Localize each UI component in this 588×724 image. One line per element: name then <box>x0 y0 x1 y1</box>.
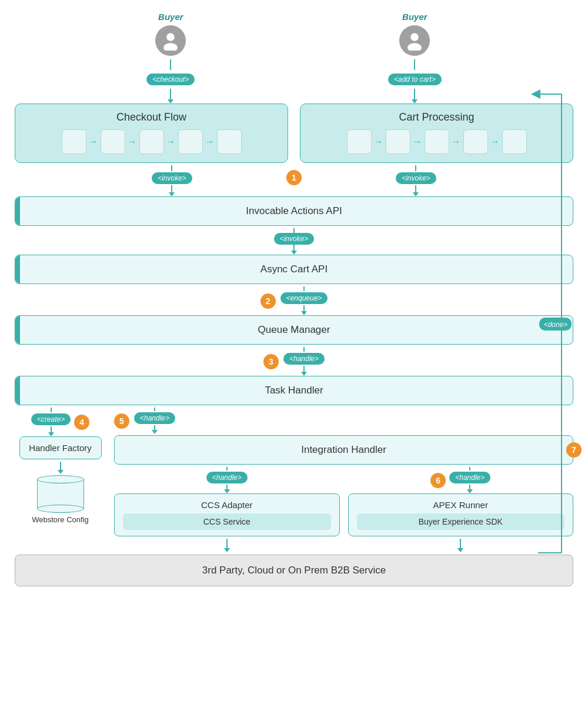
person-icon-left <box>161 31 181 51</box>
invoke-right-section: <invoke> <box>396 165 436 196</box>
queue-manager-bar <box>15 316 20 344</box>
cart-step-1 <box>347 129 372 154</box>
handler-factory-col: <create> 4 Handler Factory <box>15 408 106 524</box>
queue-manager-label: Queue Manager <box>258 324 330 335</box>
checkout-label: <checkout> <box>146 74 195 85</box>
ccs-service-label: CCS Service <box>123 513 331 530</box>
queue-manager-box: Queue Manager <box>15 315 573 345</box>
cart-step-3 <box>425 129 449 154</box>
async-cart-api-box: Async Cart API <box>15 255 573 284</box>
handler-row: <create> 4 Handler Factory <box>15 408 573 552</box>
invoke-left-arrow-up <box>171 165 172 171</box>
actor-right-label: Buyer <box>402 12 427 22</box>
svg-point-2 <box>411 33 419 41</box>
checkout-flow-box: Checkout Flow → → → → <box>15 104 288 163</box>
invoke-left-label: <invoke> <box>152 172 192 184</box>
cart-step-5 <box>502 129 527 154</box>
flow-step-4 <box>178 129 203 154</box>
integration-handler-box: Integration Handler <box>114 435 573 465</box>
task-handler-box: Task Handler <box>15 376 573 405</box>
add-to-cart-label: <add to cart> <box>388 74 442 85</box>
flow-arrow-2: → <box>128 136 137 147</box>
ccs-adapter-title: CCS Adapter <box>123 500 331 510</box>
task-handler-label: Task Handler <box>265 385 323 396</box>
actor-left-label: Buyer <box>158 12 183 22</box>
third-party-box: 3rd Party, Cloud or On Prem B2B Service <box>15 555 573 586</box>
badge-4: 4 <box>74 415 89 430</box>
badge-5: 5 <box>114 413 129 429</box>
actor-right-icon <box>399 25 430 56</box>
handle1-label: <handle> <box>283 353 325 365</box>
cart-arrow-2: → <box>413 136 422 147</box>
cart-processing-title: Cart Processing <box>309 111 564 124</box>
third-party-arrows <box>114 539 573 552</box>
handle1-section: 3 <handle> <box>15 347 573 376</box>
checkout-arrow-2 <box>168 89 173 104</box>
enqueue-section: 2 <enqueue> <box>15 286 573 315</box>
actor-left-icon <box>155 25 186 56</box>
invoke-right-arrow-up <box>415 165 416 171</box>
webstore-config-label: Webstore Config <box>32 515 89 524</box>
invoke-left-arrow-down <box>169 185 175 196</box>
cart-arrow-1: → <box>374 136 383 147</box>
third-party-label: 3rd Party, Cloud or On Prem B2B Service <box>202 565 386 576</box>
svg-point-3 <box>407 43 422 51</box>
badge-2: 2 <box>260 293 276 309</box>
adapter-arrows-row: <handle> 6 <handle> <box>114 467 573 493</box>
cart-arrow-4: → <box>490 136 500 147</box>
flow-step-1 <box>62 129 86 154</box>
add-to-cart-arrow <box>414 59 415 70</box>
enqueue-label: <enqueue> <box>280 292 328 304</box>
integration-col: 5 <handle> Integration Handler 7 <box>114 408 573 552</box>
ccs-adapter-box: CCS Adapter CCS Service <box>114 493 340 536</box>
invocable-api-box: Invocable Actions API <box>15 196 573 226</box>
person-icon-right <box>405 31 425 51</box>
flow-arrow-1: → <box>89 136 98 147</box>
buyer-exp-sdk-label: Buyer Experience SDK <box>357 513 565 530</box>
async-cart-api-label: Async Cart API <box>260 263 328 275</box>
handle2-label: <handle> <box>134 412 175 424</box>
checkout-flow-title: Checkout Flow <box>24 111 279 124</box>
invoke2-section: <invoke> <box>15 228 573 255</box>
handler-factory-box: Handler Factory <box>19 436 102 459</box>
invoke-right-arrow-down <box>413 185 419 196</box>
async-cart-api-bar <box>15 255 20 283</box>
checkout-arrow <box>170 59 171 70</box>
cart-processing-steps: → → → → <box>309 129 564 154</box>
handler-factory-label: Handler Factory <box>29 443 92 453</box>
task-handler-bar <box>15 376 20 405</box>
right-connector-svg: <done> <box>538 94 573 600</box>
invoke2-arrow-up <box>293 228 295 233</box>
cart-step-4 <box>463 129 488 154</box>
badge-6: 6 <box>430 473 446 488</box>
checkout-flow-steps: → → → → <box>24 129 279 154</box>
flow-step-5 <box>217 129 242 154</box>
actor-buyer-right: Buyer <add to cart> <box>388 12 442 104</box>
flow-step-2 <box>101 129 125 154</box>
cart-arrow-3: → <box>452 136 461 147</box>
svg-text:<done>: <done> <box>544 321 568 329</box>
invoke2-arrow-down <box>291 245 297 255</box>
handle3-label: <handle> <box>206 472 248 483</box>
invocable-api-label: Invocable Actions API <box>246 205 342 216</box>
svg-point-0 <box>167 33 175 41</box>
create-label: <create> <box>31 413 71 425</box>
invoke-left-section: <invoke> <box>152 165 192 196</box>
invocable-api-bar <box>15 197 20 225</box>
svg-point-1 <box>163 43 178 51</box>
cart-step-2 <box>386 129 410 154</box>
invoke-right-label: <invoke> <box>396 172 436 184</box>
flow-step-3 <box>139 129 164 154</box>
badge-1: 1 <box>286 170 302 185</box>
handle4-label: <handle> <box>449 472 490 483</box>
actor-buyer-left: Buyer <checkout> <box>146 12 195 104</box>
badge-3: 3 <box>263 354 279 369</box>
flow-arrow-4: → <box>205 136 215 147</box>
integration-handler-label: Integration Handler <box>301 444 386 455</box>
add-to-cart-arrow-2 <box>412 89 417 104</box>
invoke2-label: <invoke> <box>274 233 315 245</box>
adapters-row: CCS Adapter CCS Service APEX Runner Buye… <box>114 493 573 536</box>
db-top <box>37 475 84 483</box>
flow-arrow-3: → <box>166 136 176 147</box>
webstore-config-db: Webstore Config <box>32 475 89 524</box>
